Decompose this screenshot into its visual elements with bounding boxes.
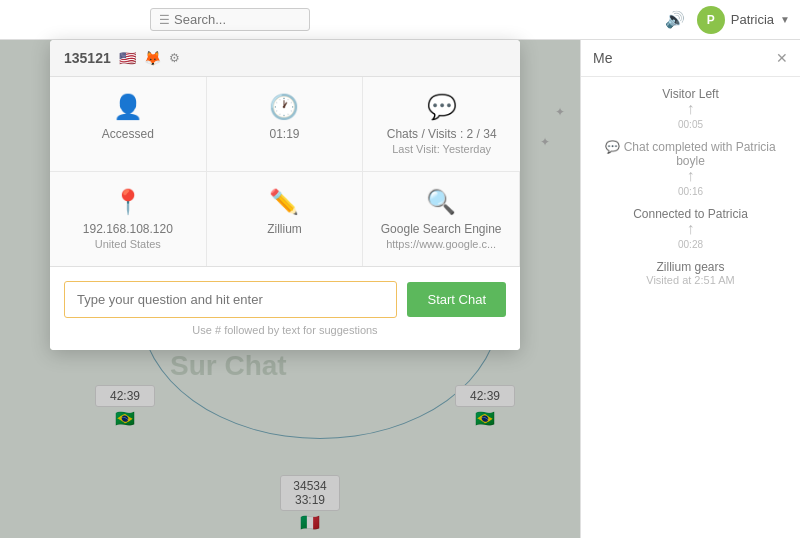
- chat-input-row: Start Chat: [64, 281, 506, 318]
- flag-usa: 🇺🇸: [119, 50, 136, 66]
- activity-time: 00:16: [591, 186, 790, 197]
- search-box[interactable]: ☰: [150, 8, 310, 31]
- avatar: P: [697, 6, 725, 34]
- card-time: 🕐 01:19: [207, 77, 364, 172]
- card-sublabel: Last Visit: Yesterday: [373, 143, 510, 155]
- close-icon[interactable]: ✕: [776, 50, 788, 66]
- arrow-up-icon: ↑: [591, 101, 790, 117]
- chat-icon: 💬: [373, 93, 510, 121]
- arrow-up-icon: ↑: [591, 221, 790, 237]
- activity-text: Visitor Left: [591, 87, 790, 101]
- search-input[interactable]: [174, 12, 294, 27]
- hint-text: Use # followed by text for suggestions: [64, 324, 506, 336]
- top-navigation: ☰ 🔊 P Patricia ▼: [0, 0, 800, 40]
- card-zillium: ✏️ Zillium: [207, 172, 364, 266]
- card-accessed: 👤 Accessed: [50, 77, 207, 172]
- visitor-detail-modal: 135121 🇺🇸 🦊 ⚙ 👤 Accessed 🕐 01:19 💬 Chats…: [50, 40, 520, 350]
- user-avatar[interactable]: P Patricia ▼: [697, 6, 790, 34]
- activity-feed: Visitor Left ↑ 00:05 💬 Chat completed wi…: [581, 77, 800, 538]
- search-icon: ☰: [159, 13, 170, 27]
- right-panel-header: Me ✕: [581, 40, 800, 77]
- panel-title: Me: [593, 50, 612, 66]
- activity-text: 💬 Chat completed with Patricia boyle: [591, 140, 790, 168]
- chevron-down-icon: ▼: [780, 14, 790, 25]
- card-label: 01:19: [217, 127, 353, 141]
- activity-time: 00:05: [591, 119, 790, 130]
- location-icon: 📍: [60, 188, 196, 216]
- chat-input[interactable]: [64, 281, 397, 318]
- right-panel: Me ✕ Visitor Left ↑ 00:05 💬 Chat complet…: [580, 40, 800, 538]
- card-label: Chats / Visits : 2 / 34: [373, 127, 510, 141]
- activity-connected: Connected to Patricia ↑ 00:28: [591, 207, 790, 250]
- card-label: Zillium: [217, 222, 353, 236]
- arrow-up-icon: ↑: [591, 168, 790, 184]
- volume-icon[interactable]: 🔊: [665, 10, 685, 29]
- activity-time: 00:28: [591, 239, 790, 250]
- nav-right: 🔊 P Patricia ▼: [665, 6, 790, 34]
- activity-text: Connected to Patricia: [591, 207, 790, 221]
- visitor-cards: 👤 Accessed 🕐 01:19 💬 Chats / Visits : 2 …: [50, 77, 520, 267]
- start-chat-button[interactable]: Start Chat: [407, 282, 506, 317]
- activity-zillium: Zillium gears Visited at 2:51 AM: [591, 260, 790, 286]
- visitor-id: 135121: [64, 50, 111, 66]
- activity-chat-completed: 💬 Chat completed with Patricia boyle ↑ 0…: [591, 140, 790, 197]
- browser-icon: 🦊: [144, 50, 161, 66]
- card-sublabel: United States: [60, 238, 196, 250]
- card-chats: 💬 Chats / Visits : 2 / 34 Last Visit: Ye…: [363, 77, 520, 172]
- card-sublabel: https://www.google.c...: [373, 238, 509, 250]
- card-ip: 📍 192.168.108.120 United States: [50, 172, 207, 266]
- os-icon: ⚙: [169, 51, 180, 65]
- user-name: Patricia: [731, 12, 774, 27]
- clock-icon: 🕐: [217, 93, 353, 121]
- activity-visitor-left: Visitor Left ↑ 00:05: [591, 87, 790, 130]
- card-search-engine: 🔍 Google Search Engine https://www.googl…: [363, 172, 520, 266]
- activity-note: Visited at 2:51 AM: [591, 274, 790, 286]
- search-engine-icon: 🔍: [373, 188, 509, 216]
- card-label: Accessed: [60, 127, 196, 141]
- card-label: 192.168.108.120: [60, 222, 196, 236]
- edit-icon: ✏️: [217, 188, 353, 216]
- user-icon: 👤: [60, 93, 196, 121]
- modal-header: 135121 🇺🇸 🦊 ⚙: [50, 40, 520, 77]
- card-label: Google Search Engine: [373, 222, 509, 236]
- modal-footer: Start Chat Use # followed by text for su…: [50, 267, 520, 350]
- activity-text: Zillium gears: [591, 260, 790, 274]
